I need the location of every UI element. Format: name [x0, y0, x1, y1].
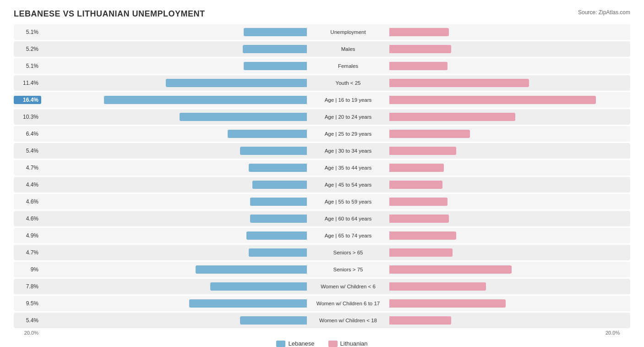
- right-bar: [389, 113, 515, 121]
- left-bar-container: [41, 215, 307, 223]
- right-bar-container: [389, 147, 644, 155]
- right-bar-container: [389, 181, 644, 189]
- right-bar: [389, 181, 442, 189]
- right-bar-container: [389, 79, 644, 87]
- left-value: 9%: [14, 266, 41, 273]
- left-bar: [240, 316, 307, 325]
- right-bar: [389, 79, 529, 87]
- center-label: Age | 35 to 44 years: [307, 165, 389, 171]
- left-value: 4.7%: [14, 249, 41, 256]
- left-value: 16.4%: [14, 96, 41, 104]
- center-label: Seniors > 65: [307, 250, 389, 255]
- left-value: 4.4%: [14, 182, 41, 188]
- bar-row: 5.4%Age | 30 to 34 years5.4%: [14, 143, 630, 159]
- right-bar-container: [389, 28, 644, 36]
- right-bar-container: [389, 198, 644, 206]
- legend-lithuanian-color: [328, 341, 338, 347]
- left-bar: [244, 62, 307, 70]
- bar-row: 9%Seniors > 759.9%: [14, 262, 630, 277]
- bar-row: 5.1%Females4.7%: [14, 58, 630, 74]
- bar-row: 4.7%Age | 35 to 44 years4.4%: [14, 160, 630, 176]
- left-value: 7.8%: [14, 283, 41, 290]
- center-label: Age | 30 to 34 years: [307, 148, 389, 154]
- right-bar-container: [389, 282, 644, 291]
- center-label: Age | 45 to 54 years: [307, 182, 389, 187]
- right-bar-container: [389, 215, 644, 223]
- left-bar-container: [41, 282, 307, 291]
- right-bar: [389, 215, 449, 223]
- right-bar-container: [389, 248, 644, 257]
- right-bar-container: [389, 113, 644, 121]
- bar-row: 7.8%Women w/ Children < 67.8%: [14, 279, 630, 294]
- right-bar-container: [389, 130, 644, 138]
- bar-row: 10.3%Age | 20 to 24 years10.2%: [14, 109, 630, 125]
- right-bar-container: [389, 164, 644, 172]
- left-bar: [250, 198, 307, 206]
- right-bar-container: [389, 62, 644, 70]
- left-bar: [196, 265, 307, 274]
- center-label: Age | 20 to 24 years: [307, 114, 389, 120]
- left-bar-container: [41, 299, 307, 308]
- left-bar: [240, 147, 307, 155]
- right-bar: [389, 130, 470, 138]
- right-bar-container: [389, 299, 644, 308]
- right-bar: [389, 316, 451, 325]
- chart-container: LEBANESE VS LITHUANIAN UNEMPLOYMENT Sour…: [14, 9, 630, 347]
- left-bar: [244, 28, 307, 36]
- left-value: 4.7%: [14, 165, 41, 171]
- right-bar: [389, 198, 448, 206]
- bar-row: 4.6%Age | 60 to 64 years4.8%: [14, 211, 630, 226]
- center-label: Females: [307, 63, 389, 69]
- center-label: Unemployment: [307, 29, 389, 35]
- bars-area: 5.1%Unemployment4.8%5.2%Males5%5.1%Femal…: [14, 24, 630, 328]
- right-bar: [389, 231, 456, 240]
- center-label: Youth < 25: [307, 80, 389, 86]
- center-label: Males: [307, 46, 389, 52]
- chart-footer: Lebanese Lithuanian: [14, 340, 630, 347]
- left-value: 6.4%: [14, 131, 41, 137]
- left-value: 10.3%: [14, 114, 41, 120]
- legend-lebanese-label: Lebanese: [288, 340, 314, 347]
- axis-row: 20.0% 20.0%: [14, 330, 630, 336]
- bar-row: 16.4%Age | 16 to 19 years16.7%: [14, 92, 630, 108]
- left-bar: [243, 45, 307, 53]
- chart-source: Source: ZipAtlas.com: [578, 9, 630, 16]
- left-bar-container: [41, 96, 307, 104]
- left-value: 11.4%: [14, 80, 41, 86]
- left-value: 5.1%: [14, 29, 41, 35]
- left-bar-container: [41, 130, 307, 138]
- axis-right-label: 20.0%: [603, 330, 630, 336]
- left-bar: [249, 164, 307, 172]
- left-bar-container: [41, 181, 307, 189]
- right-bar: [389, 28, 449, 36]
- right-bar: [389, 164, 444, 172]
- right-bar: [389, 265, 512, 274]
- right-bar: [389, 147, 456, 155]
- center-label: Women w/ Children < 18: [307, 318, 389, 323]
- left-bar-container: [41, 198, 307, 206]
- legend-lebanese-color: [276, 341, 285, 347]
- right-bar: [389, 62, 448, 70]
- left-value: 5.4%: [14, 317, 41, 324]
- left-value: 4.9%: [14, 232, 41, 239]
- left-bar: [189, 299, 307, 308]
- center-label: Age | 55 to 59 years: [307, 199, 389, 204]
- left-bar: [104, 96, 307, 104]
- left-bar-container: [41, 147, 307, 155]
- left-bar-container: [41, 231, 307, 240]
- center-label: Age | 60 to 64 years: [307, 216, 389, 221]
- left-bar: [210, 282, 307, 291]
- left-value: 5.2%: [14, 46, 41, 52]
- right-bar-container: [389, 316, 644, 325]
- right-bar: [389, 299, 506, 308]
- bar-row: 4.9%Age | 65 to 74 years5.4%: [14, 228, 630, 243]
- left-bar: [252, 181, 307, 189]
- right-bar: [389, 96, 596, 104]
- left-bar-container: [41, 316, 307, 325]
- chart-header: LEBANESE VS LITHUANIAN UNEMPLOYMENT Sour…: [14, 9, 630, 19]
- left-value: 5.1%: [14, 63, 41, 69]
- bar-row: 5.4%Women w/ Children < 185%: [14, 313, 630, 328]
- bar-row: 11.4%Youth < 2511.3%: [14, 75, 630, 91]
- left-value: 5.4%: [14, 148, 41, 154]
- left-bar-container: [41, 28, 307, 36]
